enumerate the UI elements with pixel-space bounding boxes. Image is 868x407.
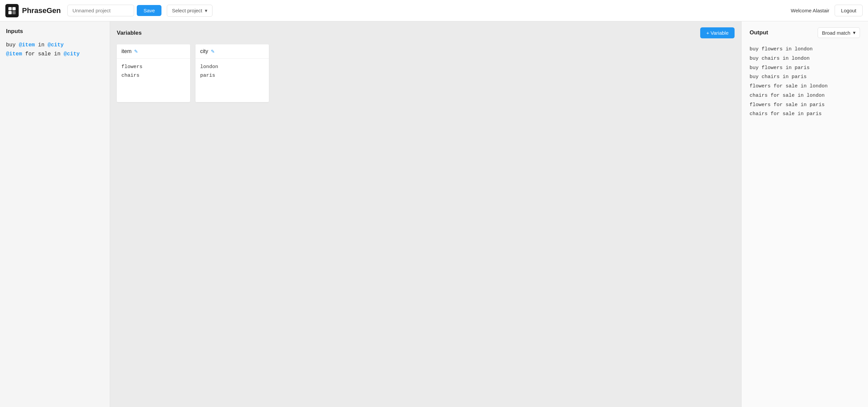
output-title: Output [750, 29, 768, 36]
output-result-7: flowers for sale in paris [750, 100, 860, 110]
inputs-title: Inputs [6, 28, 104, 35]
input-var-city-2: @city [64, 51, 80, 57]
save-button[interactable]: Save [137, 5, 161, 16]
welcome-text: Welcome Alastair [791, 8, 830, 13]
variable-cards-container: item ✎ flowers chairs city ✎ london pari… [117, 44, 735, 102]
output-result-2: buy chairs in london [750, 54, 860, 63]
variable-value-london: london [200, 63, 264, 71]
project-name-input[interactable] [67, 5, 134, 17]
output-header: Output Broad match ▾ [750, 27, 860, 38]
variables-title: Variables [117, 30, 142, 36]
variable-name-city: city [200, 49, 208, 54]
output-result-6: chairs for sale in london [750, 91, 860, 100]
app-logo-icon [5, 4, 19, 17]
logo-area: PhraseGen [5, 4, 61, 17]
main-content: Inputs buy @item in @city @item for sale… [0, 21, 868, 407]
output-result-5: flowers for sale in london [750, 82, 860, 91]
variable-card-city-body: london paris [195, 59, 269, 102]
variables-panel: Variables + Variable item ✎ flowers chai… [110, 21, 741, 407]
edit-icon-city[interactable]: ✎ [211, 49, 215, 54]
header-right: Welcome Alastair Logout [791, 5, 863, 17]
input-text-for-sale: for sale in [22, 51, 64, 57]
add-variable-button[interactable]: + Variable [700, 27, 735, 38]
output-result-4: buy chairs in paris [750, 72, 860, 82]
variable-value-paris: paris [200, 71, 264, 80]
match-type-dropdown[interactable]: Broad match ▾ [818, 27, 860, 38]
logo-svg [8, 6, 17, 15]
svg-rect-1 [12, 7, 16, 10]
input-line-2: @item for sale in @city [6, 50, 104, 59]
edit-icon-item[interactable]: ✎ [134, 49, 138, 54]
select-project-label: Select project [172, 8, 202, 13]
match-type-label: Broad match [822, 30, 850, 36]
app-header: PhraseGen Save Select project ▾ Welcome … [0, 0, 868, 21]
output-result-8: chairs for sale in paris [750, 109, 860, 119]
input-text-in: in [35, 42, 48, 48]
output-list: buy flowers in london buy chairs in lond… [750, 45, 860, 119]
variables-header: Variables + Variable [117, 27, 735, 38]
output-panel: Output Broad match ▾ buy flowers in lond… [741, 21, 868, 407]
input-var-item-2: @item [6, 51, 22, 57]
input-var-city-1: @city [48, 42, 64, 48]
variable-card-item-body: flowers chairs [117, 59, 190, 102]
variable-name-item: item [121, 49, 131, 54]
variable-value-flowers: flowers [121, 63, 185, 71]
output-result-1: buy flowers in london [750, 45, 860, 54]
app-name: PhraseGen [22, 6, 61, 15]
svg-rect-3 [12, 11, 16, 14]
output-result-3: buy flowers in paris [750, 63, 860, 73]
svg-rect-2 [8, 11, 12, 14]
inputs-panel: Inputs buy @item in @city @item for sale… [0, 21, 110, 407]
variable-value-chairs: chairs [121, 71, 185, 80]
variable-card-city: city ✎ london paris [195, 44, 269, 102]
variable-card-item-header: item ✎ [117, 44, 190, 59]
input-text-buy: buy [6, 42, 19, 48]
input-line-1: buy @item in @city [6, 41, 104, 50]
variable-card-city-header: city ✎ [195, 44, 269, 59]
svg-rect-0 [8, 7, 12, 10]
logout-button[interactable]: Logout [835, 5, 863, 17]
input-var-item-1: @item [19, 42, 35, 48]
select-project-dropdown[interactable]: Select project ▾ [167, 5, 213, 17]
match-type-chevron-icon: ▾ [853, 30, 856, 36]
chevron-down-icon: ▾ [205, 8, 208, 14]
variable-card-item: item ✎ flowers chairs [117, 44, 190, 102]
